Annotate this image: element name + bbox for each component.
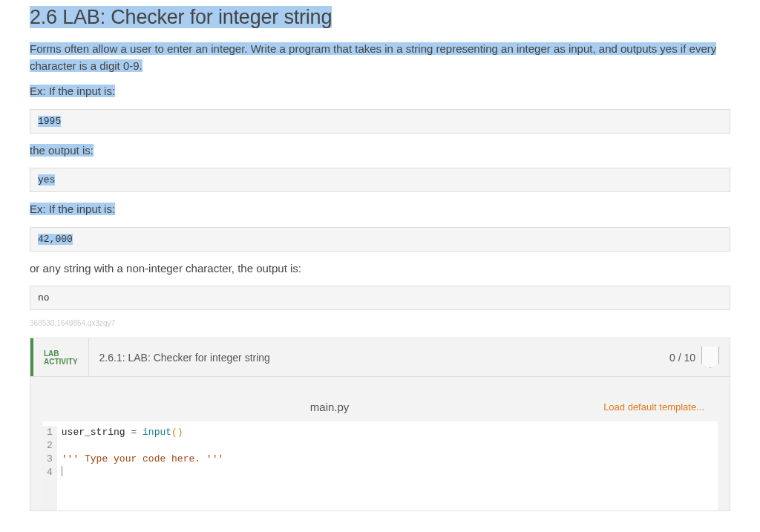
editor-tabbar: main.py Load default template...: [42, 392, 718, 421]
example-label: Ex: If the input is:: [30, 201, 730, 218]
intro-text: Forms often allow a user to enter an int…: [30, 41, 730, 74]
activity-header: LAB ACTIVITY 2.6.1: LAB: Checker for int…: [30, 338, 730, 377]
reference-id: 368530.1649854.qx3zqy7: [30, 319, 730, 327]
example-note: or any string with a non-integer charact…: [30, 260, 730, 278]
output-label: the output is:: [30, 142, 730, 160]
activity-score: 0 / 10: [659, 338, 730, 376]
activity-title: 2.6.1: LAB: Checker for integer string: [89, 338, 659, 376]
cursor-icon: [62, 466, 62, 476]
code-lines[interactable]: user_string = input() ''' Type your code…: [57, 426, 223, 510]
code-sample-output: no: [30, 286, 730, 310]
page-title: 2.6 LAB: Checker for integer string: [30, 6, 730, 29]
load-template-link[interactable]: Load default template...: [603, 401, 704, 413]
example-label: Ex: If the input is:: [30, 83, 730, 100]
editor-area: main.py Load default template... 1 2 3 4…: [30, 377, 730, 510]
code-sample-input: 1995: [30, 109, 730, 134]
code-sample-input: 42,000: [30, 227, 730, 252]
bookmark-icon: [701, 347, 719, 368]
code-sample-output: yes: [30, 168, 730, 192]
line-gutter: 1 2 3 4: [42, 426, 57, 510]
editor-filename: main.py: [56, 401, 603, 413]
lab-activity-panel: LAB ACTIVITY 2.6.1: LAB: Checker for int…: [30, 338, 730, 511]
lab-badge: LAB ACTIVITY: [30, 338, 89, 376]
code-editor[interactable]: 1 2 3 4 user_string = input() ''' Type y…: [42, 421, 718, 510]
